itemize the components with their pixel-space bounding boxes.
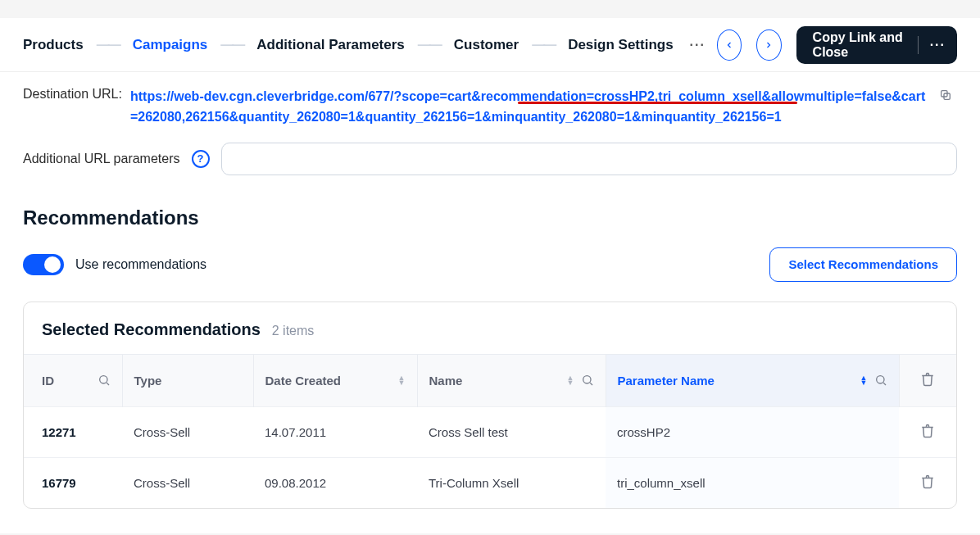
column-date-label: Date Created [265,374,342,388]
column-type[interactable]: Type [122,354,253,406]
table-row[interactable]: 12271 Cross-Sell 14.07.2011 Cross Sell t… [24,406,956,457]
cell-id: 12271 [24,406,122,457]
svg-line-3 [107,383,109,385]
cell-date: 09.08.2012 [253,457,417,508]
url-params-label: Additional URL parameters [23,152,180,166]
help-icon[interactable]: ? [192,150,210,168]
prev-button[interactable] [717,29,742,61]
column-parameter-name[interactable]: Parameter Name ▲▼ [606,354,899,406]
column-name[interactable]: Name ▲▼ [417,354,606,406]
search-icon[interactable] [98,374,111,387]
tab-separator: —— [519,38,568,52]
column-parameter-label: Parameter Name [618,374,715,388]
cell-actions [899,457,956,508]
destination-url-text: https://web-dev.cgn.cleverbridge.com/677… [130,89,925,124]
tab-separator: —— [84,38,133,52]
copy-icon [939,88,952,102]
selected-recommendations-card: Selected Recommendations 2 items ID Type [23,302,957,509]
sort-icon[interactable]: ▲▼ [567,375,574,385]
chevron-right-icon [764,40,774,50]
svg-line-5 [590,383,592,385]
cell-param: tri_column_xsell [606,457,899,508]
svg-line-7 [883,383,886,385]
column-name-label: Name [429,374,463,388]
top-gray-bar [0,0,980,18]
nav-tabs: Products —— Campaigns —— Additional Para… [23,37,714,53]
tab-customer[interactable]: Customer [454,37,519,53]
nav-controls: Copy Link and Close ··· [717,26,957,64]
cell-type: Cross-Sell [122,457,253,508]
tab-separator: —— [405,38,454,52]
column-id[interactable]: ID [24,354,122,406]
more-actions-icon[interactable]: ··· [930,38,946,52]
column-type-label: Type [134,374,162,388]
use-recommendations-label: Use recommendations [75,257,206,272]
svg-point-4 [583,376,590,383]
column-actions [899,354,956,406]
tab-additional-parameters[interactable]: Additional Parameters [256,37,404,53]
delete-row-button[interactable] [920,424,935,438]
search-icon[interactable] [874,374,887,387]
nav-bar: Products —— Campaigns —— Additional Para… [0,18,980,72]
destination-url-link[interactable]: https://web-dev.cgn.cleverbridge.com/677… [130,87,931,128]
use-recommendations-toggle[interactable] [23,254,64,275]
sort-icon[interactable]: ▲▼ [860,375,868,385]
tabs-overflow-icon[interactable]: ··· [674,38,714,52]
destination-url-row: Destination URL: https://web-dev.cgn.cle… [23,87,957,128]
table-row[interactable]: 16779 Cross-Sell 09.08.2012 Tri-Column X… [24,457,956,508]
chevron-left-icon [724,40,734,50]
column-date[interactable]: Date Created ▲▼ [253,354,417,406]
tab-products[interactable]: Products [23,37,84,53]
tab-separator: —— [207,38,256,52]
cell-name: Tri-Column Xsell [417,457,606,508]
card-item-count: 2 items [272,324,315,338]
card-header: Selected Recommendations 2 items [24,320,956,354]
content-area: Destination URL: https://web-dev.cgn.cle… [0,72,980,533]
select-recommendations-button[interactable]: Select Recommendations [769,247,957,282]
trash-icon[interactable] [920,372,935,387]
table-header-row: ID Type Date Created ▲▼ [24,354,956,406]
svg-point-6 [876,376,883,383]
destination-url-label: Destination URL: [23,87,122,102]
cell-name: Cross Sell test [417,406,606,457]
delete-row-button[interactable] [920,474,935,489]
copy-link-close-label: Copy Link and Close [813,30,906,60]
toggle-knob [44,256,61,273]
cell-id: 16779 [24,457,122,508]
cell-actions [899,406,956,457]
search-icon[interactable] [581,374,594,387]
url-params-row: Additional URL parameters ? [23,143,957,175]
tab-campaigns[interactable]: Campaigns [133,37,208,53]
svg-point-2 [99,376,107,383]
card-title: Selected Recommendations [42,320,261,339]
url-params-input[interactable] [221,143,958,175]
cell-type: Cross-Sell [122,406,253,457]
copy-link-close-button[interactable]: Copy Link and Close ··· [796,26,957,64]
recommendations-toggle-row: Use recommendations Select Recommendatio… [23,247,957,282]
button-divider [918,36,919,54]
tab-design-settings[interactable]: Design Settings [568,37,673,53]
next-button[interactable] [756,29,781,61]
recommendations-title: Recommendations [23,206,957,229]
cell-date: 14.07.2011 [253,406,417,457]
copy-url-button[interactable] [939,88,957,107]
column-id-label: ID [42,374,54,388]
cell-param: crossHP2 [606,406,899,457]
sort-icon[interactable]: ▲▼ [398,375,406,385]
url-highlight-annotation [518,102,797,104]
recommendations-table: ID Type Date Created ▲▼ [24,354,956,508]
